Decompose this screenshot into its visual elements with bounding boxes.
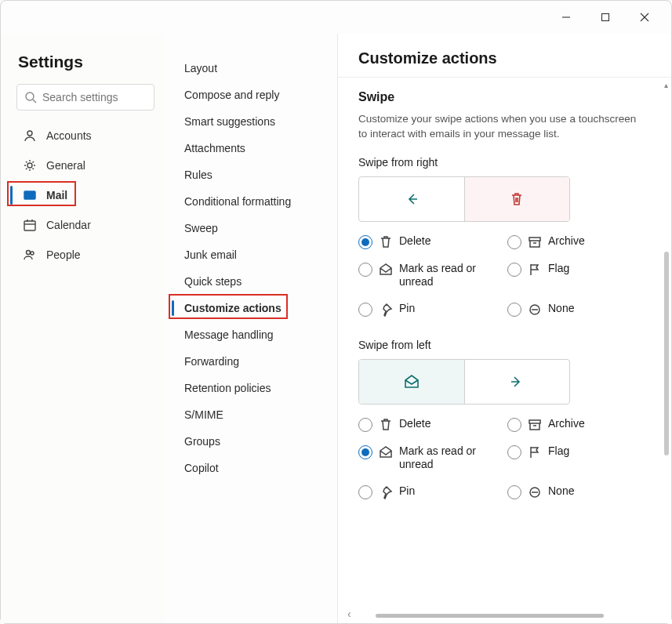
flag-icon (528, 445, 542, 459)
sub-item-groups[interactable]: Groups (176, 429, 331, 454)
sub-item-label: Customize actions (184, 302, 282, 314)
scroll-up-caret[interactable]: ▴ (664, 81, 668, 89)
opt-right-flag[interactable]: Flag (507, 262, 633, 289)
opt-right-pin[interactable]: Pin (358, 302, 507, 317)
vertical-scrollbar[interactable] (664, 252, 669, 455)
radio-icon (507, 235, 521, 249)
swipe-right-heading: Swipe from right (358, 156, 651, 169)
radio-icon (358, 485, 372, 499)
option-label: Mark as read or unread (399, 444, 485, 472)
opt-right-delete[interactable]: Delete (358, 234, 507, 249)
swipe-title: Swipe (358, 90, 651, 104)
swipe-description: Customize your swipe actions when you us… (358, 112, 641, 142)
search-icon (24, 91, 37, 103)
option-label: Flag (548, 444, 569, 459)
sub-item-quick-steps[interactable]: Quick steps (176, 269, 331, 294)
sub-item-forwarding[interactable]: Forwarding (176, 349, 331, 374)
opt-left-flag[interactable]: Flag (507, 444, 633, 472)
sub-item-attachments[interactable]: Attachments (176, 136, 331, 161)
opt-right-none[interactable]: None (507, 302, 633, 317)
horizontal-scrollbar[interactable] (358, 612, 651, 619)
opt-left-read[interactable]: Mark as read or unread (358, 444, 507, 472)
opt-left-none[interactable]: None (507, 484, 633, 499)
sub-item-smime[interactable]: S/MIME (176, 402, 331, 427)
main-heading: Customize actions (338, 34, 671, 78)
mail-open-icon (379, 263, 393, 277)
opt-right-archive[interactable]: Archive (507, 234, 633, 249)
sub-item-retention-policies[interactable]: Retention policies (176, 375, 331, 401)
svg-rect-15 (529, 238, 540, 241)
gear-icon (23, 158, 37, 172)
svg-point-4 (26, 93, 34, 100)
radio-icon (358, 235, 372, 249)
opt-left-delete[interactable]: Delete (358, 417, 507, 432)
preview-action-right (465, 177, 570, 221)
svg-point-13 (27, 251, 31, 255)
svg-rect-9 (24, 221, 35, 230)
minimize-button[interactable] (554, 6, 579, 28)
pin-icon (379, 485, 393, 499)
preview-action-left (359, 360, 464, 404)
opt-left-archive[interactable]: Archive (507, 417, 633, 432)
sidebar-item-calendar[interactable]: Calendar (16, 212, 154, 238)
radio-icon (507, 418, 521, 432)
arrow-right-icon (508, 373, 525, 390)
radio-icon (358, 418, 372, 432)
search-input[interactable] (16, 84, 154, 111)
sub-item-copilot[interactable]: Copilot (176, 455, 331, 481)
sidebar-item-mail[interactable]: Mail (16, 183, 154, 208)
svg-line-5 (33, 100, 36, 103)
opt-left-pin[interactable]: Pin (358, 484, 507, 499)
swipe-right-options: Delete Archive Mark (358, 234, 651, 317)
svg-point-6 (27, 131, 32, 136)
sub-item-rules[interactable]: Rules (176, 162, 331, 187)
sidebar-item-people[interactable]: People (16, 242, 154, 267)
radio-icon (358, 263, 372, 277)
option-label: Flag (548, 262, 569, 276)
option-label: Mark as read or unread (399, 262, 485, 289)
sub-item-message-handling[interactable]: Message handling (176, 322, 331, 347)
trash-icon (379, 418, 393, 432)
archive-icon (528, 418, 542, 432)
close-button[interactable] (632, 6, 657, 28)
mail-open-icon (403, 373, 420, 390)
none-icon (528, 303, 542, 317)
sub-item-customize-actions[interactable]: Customize actions (176, 296, 331, 321)
trash-icon (379, 235, 393, 249)
swipe-left-preview (358, 359, 570, 405)
sub-item-sweep[interactable]: Sweep (176, 216, 331, 241)
arrow-left-icon (403, 190, 420, 208)
opt-right-read[interactable]: Mark as read or unread (358, 262, 507, 289)
preview-back (359, 177, 464, 221)
maximize-button[interactable] (593, 6, 618, 28)
mail-open-icon (379, 445, 393, 459)
radio-icon (507, 303, 521, 317)
sidebar-item-general[interactable]: General (16, 153, 154, 178)
sub-item-compose[interactable]: Compose and reply (176, 82, 331, 107)
option-label: Delete (399, 234, 430, 249)
option-label: Archive (548, 417, 585, 431)
sub-item-junk-email[interactable]: Junk email (176, 242, 331, 267)
sidebar-item-label: Mail (46, 189, 67, 201)
svg-rect-1 (602, 14, 609, 21)
sidebar-item-label: Accounts (46, 129, 92, 142)
svg-point-14 (31, 252, 34, 255)
sub-item-smart-suggestions[interactable]: Smart suggestions (176, 109, 331, 134)
option-label: Pin (399, 302, 415, 316)
swipe-left-options: Delete Archive Mark (358, 417, 651, 499)
option-label: None (548, 302, 574, 316)
radio-icon (358, 445, 372, 459)
sub-item-layout[interactable]: Layout (176, 56, 331, 81)
radio-icon (507, 445, 521, 459)
radio-icon (507, 485, 521, 499)
sidebar-item-label: General (46, 159, 85, 172)
svg-rect-18 (529, 420, 540, 423)
sidebar-item-label: People (46, 249, 81, 261)
swipe-right-preview (358, 176, 570, 222)
mail-icon (23, 188, 37, 202)
svg-point-7 (27, 163, 32, 168)
pin-icon (379, 303, 393, 317)
sidebar-item-accounts[interactable]: Accounts (16, 123, 154, 148)
sub-item-conditional-formatting[interactable]: Conditional formatting (176, 189, 331, 214)
option-label: None (548, 484, 574, 499)
